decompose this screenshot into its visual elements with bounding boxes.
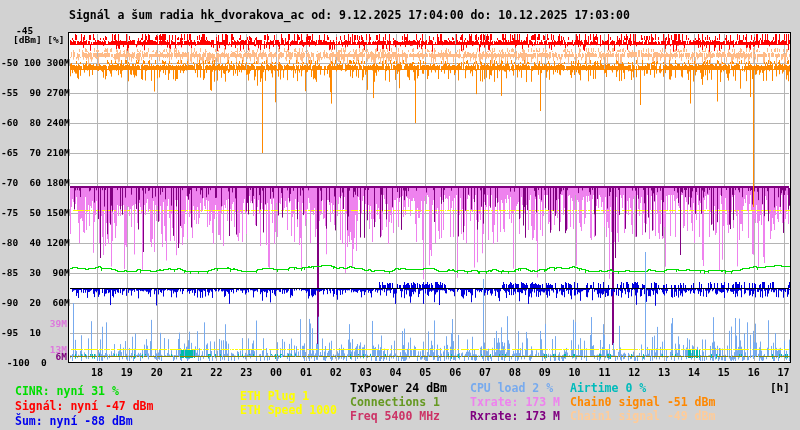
legend-item: ETH Plug 1 [240,389,337,403]
legend-column-5: Airtime 0 %Chain0 signal -51 dBmChain1 s… [570,381,715,423]
legend-item: Chain1 signal -49 dBm [570,409,715,423]
x-tick-13: 13 [658,368,670,378]
legend-column-1: CINR: nyní 31 %Signál: nyní -47 dBmŠum: … [15,384,153,429]
legend-column-3: TxPower 24 dBmConnections 1Freq 5400 MHz [350,381,447,423]
x-tick-11: 11 [598,368,610,378]
x-tick-06: 06 [449,368,461,378]
x-tick-07: 07 [479,368,491,378]
y-axis-unit-label: [dBm] [%] [13,35,64,45]
legend-item: Chain0 signal -51 dBm [570,395,715,409]
x-tick-10: 10 [569,368,581,378]
y-axis-row-label: -85 30 90M [1,268,70,278]
x-tick-03: 03 [360,368,372,378]
y-axis-marker-6m: 6M [38,352,67,362]
y-axis-row-label: -60 80 240M [1,118,70,128]
x-tick-17: 17 [778,368,790,378]
legend-column-2: ETH Plug 1ETH Speed 1000 [240,389,337,417]
x-tick-08: 08 [509,368,521,378]
x-tick-21: 21 [181,368,193,378]
y-axis-marker-39m: 39M [38,319,67,329]
x-axis-unit-label: [h] [770,382,790,393]
y-axis-row-label: -90 20 60M [1,298,70,308]
x-tick-04: 04 [389,368,401,378]
x-tick-18: 18 [91,368,103,378]
legend-item: Šum: nyní -88 dBm [15,414,153,429]
x-tick-01: 01 [300,368,312,378]
x-tick-23: 23 [240,368,252,378]
y-axis-row-label: -65 70 210M [1,148,70,158]
x-tick-02: 02 [330,368,342,378]
y-axis-row-label: -55 90 270M [1,88,70,98]
x-tick-20: 20 [151,368,163,378]
graph-window: Signál a šum radia hk_dvorakova_ac od: 9… [0,0,800,430]
x-tick-15: 15 [718,368,730,378]
y-axis-row-label: -70 60 180M [1,178,70,188]
x-tick-19: 19 [121,368,133,378]
legend-item: Airtime 0 % [570,381,715,395]
x-tick-00: 00 [270,368,282,378]
chart-title: Signál a šum radia hk_dvorakova_ac od: 9… [69,10,630,22]
x-tick-22: 22 [210,368,222,378]
y-axis-row-label: -75 50 150M [1,208,70,218]
legend-item: TxPower 24 dBm [350,381,447,395]
y-axis-row-label: -95 10 [1,328,41,338]
y-axis-row-label: -80 40 120M [1,238,70,248]
x-tick-12: 12 [628,368,640,378]
x-tick-14: 14 [688,368,700,378]
legend-item: Rxrate: 173 M [470,409,560,423]
signal-noise-chart-canvas [0,0,800,430]
legend-item: Signál: nyní -47 dBm [15,399,153,414]
legend-item: CINR: nyní 31 % [15,384,153,399]
legend-item: CPU load 2 % [470,381,560,395]
y-axis-row-label: -50 100 300M [1,58,70,68]
legend-item: ETH Speed 1000 [240,403,337,417]
x-tick-05: 05 [419,368,431,378]
x-tick-16: 16 [748,368,760,378]
legend-item: Connections 1 [350,395,447,409]
legend-item: Txrate: 173 M [470,395,560,409]
legend-item: Freq 5400 MHz [350,409,447,423]
legend-column-4: CPU load 2 %Txrate: 173 MRxrate: 173 M [470,381,560,423]
x-tick-09: 09 [539,368,551,378]
